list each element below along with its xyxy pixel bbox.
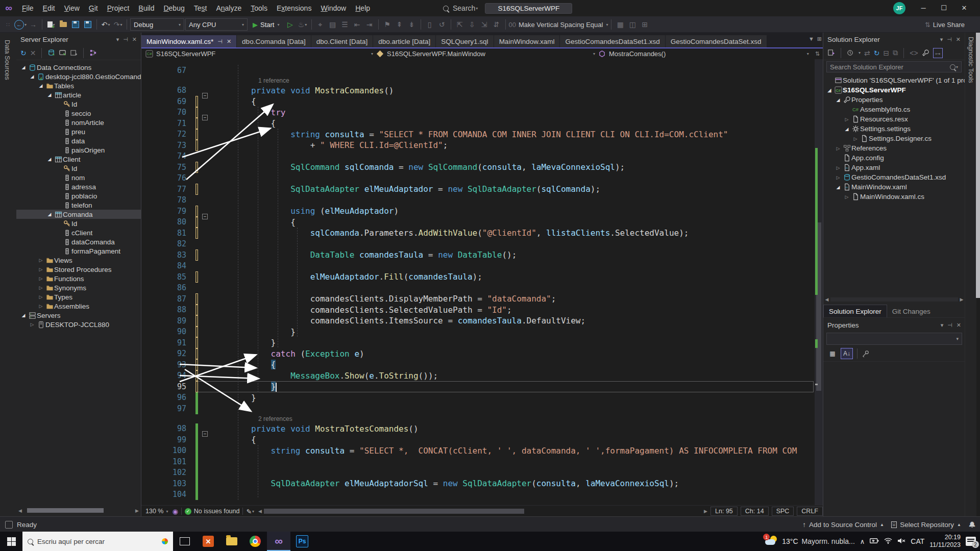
server-tree-item-desktop-jccl880-gestiocomande[interactable]: ◢desktop-jccl880.GestioComande (16, 72, 141, 81)
chevron-down-icon[interactable]: ▾ (941, 322, 944, 329)
line-number[interactable]: 86 (141, 283, 186, 292)
line-number[interactable]: 90 (141, 327, 186, 336)
solution-tree-item-gestiocomandesdataset1-xsd[interactable]: ▷GestioComandesDataSet1.xsd (823, 172, 965, 182)
scroll-right-icon[interactable]: ▶ (133, 508, 141, 513)
solution-tree-item-mainwindow-xaml-cs[interactable]: ▷MainWindow.xaml.cs (823, 192, 965, 202)
solution-tree-item-resources-resx[interactable]: ▷Resources.resx (823, 114, 965, 124)
collapse-icon[interactable]: ◢ (45, 92, 54, 97)
line-number[interactable]: 92 (141, 349, 186, 358)
line-number[interactable]: 91 (141, 338, 186, 347)
editor-tool-icon[interactable]: ☰ (339, 18, 351, 31)
refresh-icon[interactable]: ↻ (20, 49, 27, 57)
server-tree-item-nomarticle[interactable]: nomArticle (16, 118, 141, 127)
server-tree-item-seccio[interactable]: seccio (16, 109, 141, 118)
solution-tree-item-solution-s16sqlserverwpf-1-of-1-project-[interactable]: Solution 'S16SQLServerWPF' (1 of 1 proje… (823, 76, 965, 85)
close-icon[interactable]: ✕ (227, 38, 231, 45)
code-line-68[interactable]: 68− private void MostraComandes() (141, 85, 815, 96)
action-center-icon[interactable]: 2 (966, 537, 976, 546)
stop-icon[interactable]: ✕ (30, 49, 36, 57)
solution-vscrollbar[interactable] (976, 33, 980, 298)
server-tree-item-data[interactable]: data (16, 136, 141, 145)
switch-views-icon[interactable] (827, 49, 835, 57)
collapse-icon[interactable]: ◢ (19, 65, 28, 70)
add-connection-icon[interactable] (70, 49, 78, 57)
line-indicator[interactable]: Ln: 95 (710, 507, 738, 516)
collapse-icon[interactable]: ◢ (37, 83, 45, 88)
bookmark-icon[interactable]: ⚑ (382, 18, 393, 31)
line-number[interactable]: 67 (141, 66, 186, 75)
tab-dbo-article-data-[interactable]: dbo.article [Data] (373, 35, 435, 47)
expand-icon[interactable]: ▷ (37, 276, 45, 281)
start-without-debug-button[interactable]: ▷ (285, 18, 296, 31)
server-tree-item-nom[interactable]: nom (16, 173, 141, 182)
chrome-icon[interactable] (243, 532, 267, 551)
line-number[interactable]: 76 (141, 173, 186, 183)
code-line-81[interactable]: 81 sqlComanda.Parameters.AddWithValue("@… (141, 228, 815, 239)
line-number[interactable]: 99 (141, 435, 186, 444)
line-number[interactable]: 85 (141, 272, 186, 282)
solution-tree-item-s16sqlserverwpf[interactable]: ◢C#S16SQLServerWPF (823, 85, 965, 95)
server-tree-item-tables[interactable]: ◢Tables (16, 81, 141, 90)
column-indicator[interactable]: Ch: 14 (741, 507, 769, 516)
line-number[interactable]: 81 (141, 229, 186, 238)
tab-dbo-comanda-data-[interactable]: dbo.Comanda [Data] (237, 35, 311, 47)
line-number[interactable]: 83 (141, 251, 186, 260)
code-line-83[interactable]: 83 DataTable comandesTaula = new DataTab… (141, 249, 815, 261)
code-line-90[interactable]: 90 } (141, 327, 815, 338)
line-number[interactable]: 71 (141, 119, 186, 128)
menu-help[interactable]: Help (351, 0, 375, 16)
line-number[interactable]: 69 (141, 97, 186, 106)
code-line-85[interactable]: 85 elMeuAdaptador.Fill(comandesTaula); (141, 271, 815, 283)
notifications-bell-icon[interactable]: 🔔︎ (968, 520, 976, 529)
search-control[interactable]: Search ▾ S16SQLServerWPF (443, 2, 572, 14)
menu-view[interactable]: View (60, 0, 84, 16)
code-line-67[interactable]: 67 (141, 65, 815, 76)
code-line-92[interactable]: 92 catch (Exception e) (141, 348, 815, 360)
server-tree-item-views[interactable]: ▷Views (16, 256, 141, 265)
line-number[interactable]: 74 (141, 152, 186, 161)
taskbar-search-input[interactable]: Escriu aquí per cercar (22, 532, 173, 551)
code-line-89[interactable]: 89 comandesClients.ItemsSource = comande… (141, 315, 815, 327)
code-line-98[interactable]: 98− private void MostraTotesComandes() (141, 423, 815, 435)
solution-hscrollbar[interactable]: ◀ ▶ (823, 296, 965, 303)
bookmark-prev-icon[interactable]: ⇞ (394, 18, 405, 31)
solution-tree-item-mainwindow-xaml[interactable]: ◢‹›MainWindow.xaml (823, 182, 965, 192)
distribute-icon[interactable]: ⇵ (491, 18, 502, 31)
volume-muted-icon[interactable] (897, 537, 905, 545)
properties-object-combo[interactable]: ▾ (826, 333, 962, 345)
add-to-source-control-button[interactable]: ↑Add to Source Control▲ (802, 521, 884, 529)
close-icon[interactable]: ✕ (956, 36, 961, 43)
wifi-icon[interactable] (884, 537, 892, 545)
code-line-86[interactable]: 86 (141, 283, 815, 294)
line-number[interactable]: 95 (141, 382, 186, 391)
start-debug-button[interactable]: ▶Start▾ (249, 18, 283, 31)
server-tree-item-adressa[interactable]: adressa (16, 182, 141, 191)
code-line-70[interactable]: 70− try (141, 107, 815, 118)
solution-tree-item-app-config[interactable]: App.config (823, 153, 965, 163)
zoom-level-combo[interactable]: 130 %▾ (141, 508, 172, 515)
solution-tree-item-settings-settings[interactable]: ◢Settings.settings (823, 124, 965, 134)
align-left-icon[interactable]: ⇱ (454, 18, 465, 31)
code-line-93[interactable]: 93 { (141, 359, 815, 370)
server-tree-item-comanda[interactable]: ◢Comanda (16, 210, 141, 219)
solution-explorer-header[interactable]: Solution Explorer ▾ ⊣ ✕ (823, 33, 965, 46)
server-tree-item-poblacio[interactable]: poblacio (16, 191, 141, 201)
pin-icon[interactable]: ⊣ (217, 38, 223, 45)
server-tree-item-cclient[interactable]: cClient (16, 228, 141, 237)
editor-hscrollbar[interactable] (264, 509, 702, 514)
code-line-102[interactable]: 102 (141, 467, 815, 479)
line-number[interactable]: 87 (141, 294, 186, 304)
line-number[interactable]: 88 (141, 305, 186, 314)
solution-tree-item-assemblyinfo-cs[interactable]: C#AssemblyInfo.cs (823, 105, 965, 114)
battery-icon[interactable] (870, 537, 879, 545)
scroll-left-icon[interactable]: ◀ (16, 508, 24, 513)
bookmark-next-icon[interactable]: ⇟ (406, 18, 418, 31)
chevron-down-icon[interactable]: ▾ (116, 36, 119, 43)
pin-icon[interactable]: ⊣ (947, 322, 952, 329)
maximize-button[interactable]: ☐ (935, 0, 952, 16)
server-tree-item-assemblies[interactable]: ▷Assemblies (16, 302, 141, 311)
server-tree-item-id[interactable]: Id (16, 219, 141, 228)
spacing-tool[interactable]: 00 Make Vertical Spacing Equal ▾ (509, 21, 608, 29)
grid-icon[interactable]: ▦ (615, 18, 626, 31)
diagnostic-tools-tab[interactable]: Diagnostic Tools (965, 33, 976, 516)
